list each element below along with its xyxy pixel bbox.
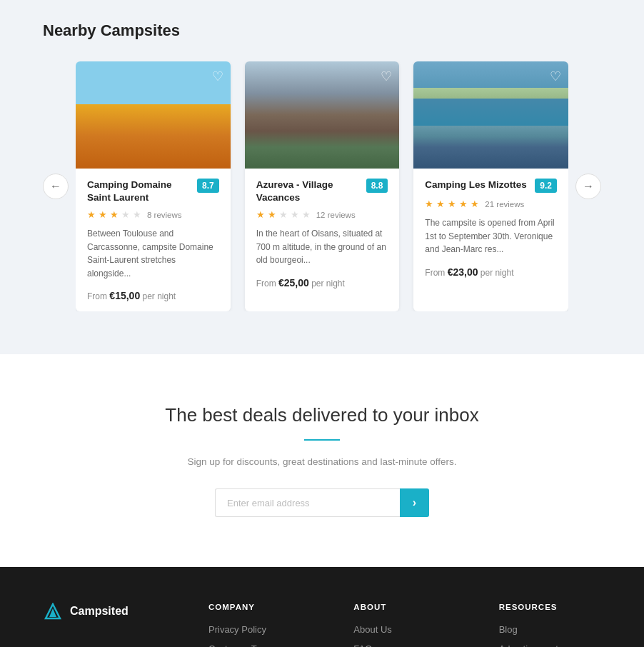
card-price-2: From €23,00 per night [425, 266, 557, 278]
card-image-0: ♡ [76, 61, 231, 169]
score-badge-1: 8.8 [366, 179, 388, 193]
reviews-count-2: 21 reviews [485, 200, 524, 209]
star-1: ★ [436, 199, 445, 209]
footer-company-col: COMPANY Privacy PolicyCustomer TermsPark… [208, 603, 311, 647]
star-1: ★ [268, 209, 276, 220]
brand-name: Campsited [70, 605, 129, 618]
stars-row-2: ★★★★★ 21 reviews [425, 199, 557, 209]
footer-top: Campsited COMPANY Privacy PolicyCustomer… [43, 603, 601, 647]
card-image-1: ♡ [245, 61, 400, 169]
star-2: ★ [448, 199, 456, 209]
reviews-count-1: 12 reviews [316, 211, 356, 219]
star-4: ★ [133, 209, 141, 220]
card-image-2: ♡ [413, 61, 568, 169]
stars-row-0: ★★★★★ 8 reviews [87, 209, 219, 220]
card-name-2: Camping Les Mizottes [425, 179, 529, 191]
footer-link-blog[interactable]: Blog [499, 624, 601, 635]
reviews-count-0: 8 reviews [147, 211, 182, 219]
footer-resources-title: RESOURCES [499, 603, 601, 611]
newsletter-section: The best deals delivered to your inbox S… [0, 354, 644, 567]
footer-link-about-us[interactable]: About Us [353, 624, 456, 635]
star-2: ★ [279, 209, 288, 220]
card-desc-2: The campsite is opened from April 1st to… [425, 216, 557, 256]
newsletter-subtitle: Sign up for discounts, great destination… [43, 456, 601, 467]
cards-container: ♡ Camping Domaine Saint Laurent 8.7 ★★★★… [76, 61, 568, 311]
heart-icon-2[interactable]: ♡ [550, 69, 561, 84]
carousel-prev-button[interactable]: ← [43, 174, 69, 199]
footer-company-title: COMPANY [208, 603, 311, 611]
card-header-2: Camping Les Mizottes 9.2 [425, 179, 557, 193]
star-2: ★ [110, 209, 119, 220]
card-desc-0: Between Toulouse and Carcassonne, campsi… [87, 227, 219, 280]
star-0: ★ [425, 199, 433, 209]
campsite-card-1[interactable]: ♡ Azureva - Village Vacances 8.8 ★★★★★ 1… [245, 61, 400, 311]
section-title: Nearby Campsites [43, 21, 601, 40]
carousel-next-button[interactable]: → [575, 174, 601, 199]
newsletter-title: The best deals delivered to your inbox [43, 404, 601, 426]
email-input[interactable] [215, 488, 400, 517]
footer-link-privacy-policy[interactable]: Privacy Policy [208, 624, 311, 635]
card-price-0: From €15,00 per night [87, 290, 219, 301]
star-4: ★ [471, 199, 479, 209]
card-header-1: Azureva - Village Vacances 8.8 [256, 179, 388, 204]
card-name-1: Azureva - Village Vacances [256, 179, 361, 204]
footer-link-advertisement[interactable]: Advertisement [499, 643, 601, 647]
card-header-0: Camping Domaine Saint Laurent 8.7 [87, 179, 219, 204]
card-bg-0 [76, 61, 231, 169]
card-desc-1: In the heart of Oisans, situated at 700 … [256, 227, 388, 267]
card-bg-1 [245, 61, 400, 169]
campsited-logo-icon [43, 603, 63, 620]
nearby-section: Nearby Campsites ← ♡ Camping Domaine Sai… [0, 0, 644, 354]
star-0: ★ [256, 209, 265, 220]
star-3: ★ [459, 199, 468, 209]
star-3: ★ [121, 209, 130, 220]
score-badge-2: 9.2 [535, 179, 557, 193]
footer-about-col: ABOUT About UsFAQs [353, 603, 456, 647]
star-3: ★ [291, 209, 299, 220]
footer-about-title: ABOUT [353, 603, 456, 611]
brand-logo: Campsited [43, 603, 166, 620]
card-bg-2 [413, 61, 568, 169]
stars-row-1: ★★★★★ 12 reviews [256, 209, 388, 220]
email-submit-button[interactable]: › [400, 488, 429, 517]
star-4: ★ [302, 209, 311, 220]
newsletter-form: › [215, 488, 429, 517]
card-body-0: Camping Domaine Saint Laurent 8.7 ★★★★★ … [76, 169, 231, 311]
heart-icon-1[interactable]: ♡ [381, 69, 392, 84]
card-body-1: Azureva - Village Vacances 8.8 ★★★★★ 12 … [245, 169, 400, 299]
footer: Campsited COMPANY Privacy PolicyCustomer… [0, 567, 644, 647]
newsletter-divider [304, 439, 340, 441]
footer-resources-col: RESOURCES BlogAdvertisement [499, 603, 601, 647]
campsite-card-0[interactable]: ♡ Camping Domaine Saint Laurent 8.7 ★★★★… [76, 61, 231, 311]
campsite-card-2[interactable]: ♡ Camping Les Mizottes 9.2 ★★★★★ 21 revi… [413, 61, 568, 311]
score-badge-0: 8.7 [197, 179, 219, 193]
heart-icon-0[interactable]: ♡ [212, 69, 223, 84]
card-price-1: From €25,00 per night [256, 277, 388, 289]
star-1: ★ [99, 209, 107, 220]
footer-link-faqs[interactable]: FAQs [353, 643, 456, 647]
footer-link-customer-terms[interactable]: Customer Terms [208, 643, 311, 647]
carousel-wrapper: ← ♡ Camping Domaine Saint Laurent 8.7 ★★… [43, 61, 601, 311]
card-name-0: Camping Domaine Saint Laurent [87, 179, 191, 204]
star-0: ★ [87, 209, 96, 220]
footer-brand: Campsited [43, 603, 166, 647]
card-body-2: Camping Les Mizottes 9.2 ★★★★★ 21 review… [413, 169, 568, 288]
